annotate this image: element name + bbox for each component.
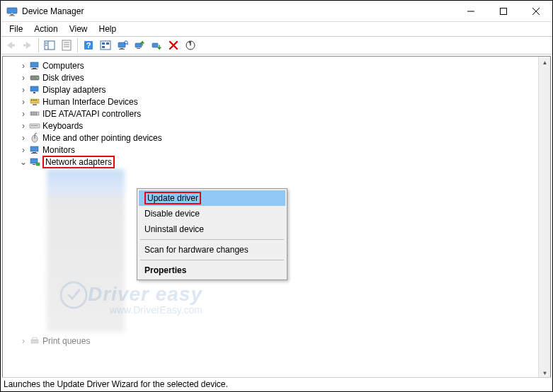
svg-rect-43 bbox=[35, 100, 37, 100]
tree-item-hid[interactable]: Human Interface Devices bbox=[3, 96, 550, 108]
svg-rect-58 bbox=[33, 152, 36, 153]
status-text: Launches the Update Driver Wizard for th… bbox=[4, 379, 228, 389]
display-icon bbox=[28, 84, 41, 96]
show-hide-tree-button[interactable] bbox=[42, 38, 57, 53]
minimize-button[interactable] bbox=[455, 1, 487, 22]
chevron-right-icon[interactable] bbox=[18, 61, 28, 71]
svg-rect-30 bbox=[137, 48, 140, 49]
svg-rect-54 bbox=[37, 125, 38, 126]
svg-rect-25 bbox=[120, 48, 123, 49]
svg-rect-63 bbox=[31, 340, 38, 343]
scan-hardware-button[interactable] bbox=[115, 38, 130, 53]
update-driver-button[interactable] bbox=[132, 38, 147, 53]
svg-rect-61 bbox=[33, 164, 35, 165]
uninstall-button[interactable] bbox=[166, 38, 181, 53]
context-menu-separator bbox=[140, 239, 284, 240]
tree-item-label: Human Interface Devices bbox=[42, 97, 138, 107]
ide-icon bbox=[28, 108, 41, 120]
context-menu: Update driver Disable device Uninstall d… bbox=[137, 188, 287, 280]
tree-item-label-highlighted: Network adapters bbox=[42, 156, 115, 168]
context-menu-uninstall-device[interactable]: Uninstall device bbox=[139, 221, 285, 237]
chevron-right-icon[interactable] bbox=[18, 109, 28, 119]
svg-rect-44 bbox=[33, 104, 37, 105]
menu-file[interactable]: File bbox=[4, 23, 28, 35]
mouse-icon bbox=[28, 132, 41, 144]
svg-rect-62 bbox=[36, 163, 40, 166]
svg-rect-52 bbox=[34, 125, 35, 126]
printer-icon bbox=[28, 335, 41, 347]
drive-icon bbox=[28, 72, 41, 83]
chevron-down-icon[interactable] bbox=[18, 157, 28, 167]
svg-point-37 bbox=[37, 77, 38, 79]
tree-item-label: Print queues bbox=[42, 336, 90, 346]
tree-item-keyboards[interactable]: Keyboards bbox=[3, 120, 550, 132]
svg-rect-34 bbox=[33, 68, 36, 69]
chevron-right-icon[interactable] bbox=[18, 133, 28, 143]
help-button[interactable]: ? bbox=[81, 38, 96, 53]
maximize-button[interactable] bbox=[487, 1, 520, 22]
tree-item-display-adapters[interactable]: Display adapters bbox=[3, 83, 550, 96]
chevron-right-icon[interactable] bbox=[18, 85, 28, 95]
context-menu-label-highlighted: Update driver bbox=[144, 192, 201, 204]
context-menu-disable-device[interactable]: Disable device bbox=[139, 206, 285, 221]
tree-item-label: Mice and other pointing devices bbox=[42, 133, 162, 143]
status-bar: Launches the Update Driver Wizard for th… bbox=[2, 377, 551, 390]
svg-rect-24 bbox=[118, 42, 125, 47]
window-title: Device Manager bbox=[22, 6, 84, 16]
title-bar: Device Manager bbox=[1, 1, 552, 22]
svg-rect-53 bbox=[35, 125, 36, 126]
svg-rect-35 bbox=[31, 69, 38, 69]
context-menu-properties[interactable]: Properties bbox=[139, 263, 285, 278]
tree-item-computers[interactable]: Computers bbox=[3, 59, 550, 71]
svg-rect-41 bbox=[31, 100, 33, 100]
close-button[interactable] bbox=[520, 1, 552, 22]
svg-rect-20 bbox=[101, 41, 110, 50]
tree-item-print-queues[interactable]: Print queues bbox=[3, 335, 550, 347]
svg-rect-2 bbox=[11, 14, 13, 16]
app-icon bbox=[6, 6, 18, 17]
tree-item-label: IDE ATA/ATAPI controllers bbox=[42, 109, 141, 119]
svg-rect-57 bbox=[30, 146, 38, 151]
tree-item-label: Computers bbox=[42, 61, 84, 71]
vertical-scrollbar[interactable]: ▲ ▼ bbox=[538, 57, 550, 379]
menu-bar: File Action View Help bbox=[1, 22, 552, 36]
back-button[interactable] bbox=[3, 38, 18, 53]
chevron-right-icon[interactable] bbox=[18, 121, 28, 131]
svg-rect-14 bbox=[62, 40, 71, 50]
svg-rect-22 bbox=[106, 42, 109, 45]
svg-rect-42 bbox=[33, 100, 35, 100]
menu-action[interactable]: Action bbox=[28, 23, 63, 35]
action2-button[interactable] bbox=[98, 38, 113, 53]
svg-rect-29 bbox=[135, 43, 142, 47]
svg-rect-38 bbox=[30, 86, 38, 91]
svg-rect-40 bbox=[30, 99, 39, 103]
tree-item-ide[interactable]: IDE ATA/ATAPI controllers bbox=[3, 108, 550, 120]
menu-help[interactable]: Help bbox=[93, 23, 122, 35]
svg-rect-26 bbox=[119, 49, 125, 50]
context-menu-update-driver[interactable]: Update driver bbox=[139, 190, 285, 206]
chevron-right-icon[interactable] bbox=[18, 73, 28, 83]
tree-item-label: Display adapters bbox=[42, 85, 106, 95]
chevron-right-icon[interactable] bbox=[18, 145, 28, 155]
toolbar: ? bbox=[1, 36, 552, 54]
monitor-icon bbox=[28, 144, 41, 156]
tree-item-monitors[interactable]: Monitors bbox=[3, 144, 550, 156]
chevron-right-icon[interactable] bbox=[18, 97, 28, 107]
menu-view[interactable]: View bbox=[64, 23, 93, 35]
tree-item-label: Disk drives bbox=[42, 73, 84, 83]
monitor-icon bbox=[28, 60, 41, 71]
tree-item-label: Keyboards bbox=[42, 121, 83, 131]
forward-button[interactable] bbox=[20, 38, 35, 53]
tree-item-network-adapters[interactable]: Network adapters bbox=[3, 156, 550, 168]
disable-button[interactable] bbox=[149, 38, 164, 53]
properties-button[interactable] bbox=[59, 38, 74, 53]
tree-item-disk-drives[interactable]: Disk drives bbox=[3, 71, 550, 83]
refresh-button[interactable] bbox=[183, 38, 198, 53]
scroll-up-button[interactable]: ▲ bbox=[539, 57, 551, 69]
context-menu-scan-hardware[interactable]: Scan for hardware changes bbox=[139, 242, 285, 258]
tree-item-label: Monitors bbox=[42, 145, 75, 155]
tree-item-mice[interactable]: Mice and other pointing devices bbox=[3, 132, 550, 144]
chevron-right-icon[interactable] bbox=[18, 336, 28, 346]
network-icon bbox=[28, 156, 41, 168]
svg-line-28 bbox=[127, 44, 129, 45]
